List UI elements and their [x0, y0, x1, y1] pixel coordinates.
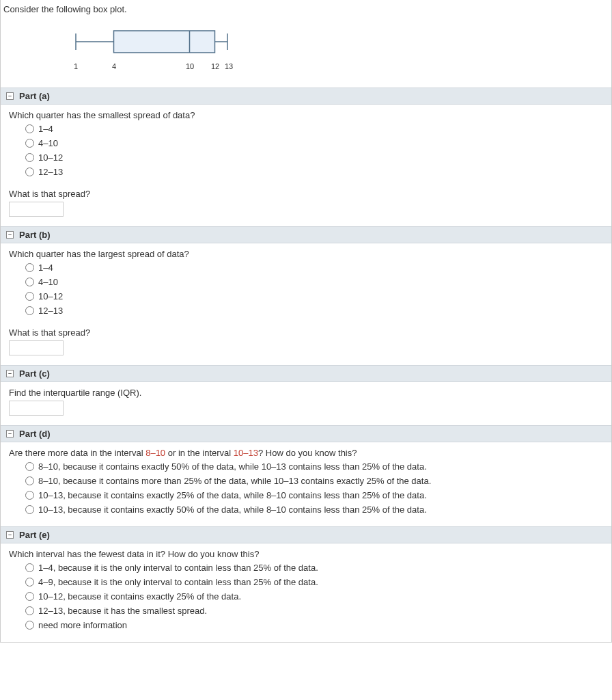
option-label: 4–10 [38, 138, 58, 148]
part-b-body: Which quarter has the largest spread of … [1, 243, 611, 365]
collapse-icon[interactable]: – [6, 231, 14, 239]
part-a-answer-input[interactable] [9, 202, 64, 217]
option-label: 10–12 [38, 152, 63, 163]
radio-d-3[interactable] [25, 505, 34, 514]
part-c-title: Part (c) [19, 368, 50, 379]
option-row: 12–13 [25, 304, 603, 318]
q-highlight: 8–10 [145, 448, 165, 458]
radio-e-4[interactable] [25, 621, 34, 630]
option-row: 4–9, because it is the only interval to … [25, 575, 603, 589]
option-label: 12–13 [38, 306, 63, 316]
option-label: 1–4 [38, 262, 53, 273]
option-row: 12–13 [25, 165, 603, 179]
part-e-question: Which interval has the fewest data in it… [9, 549, 603, 559]
part-b-title: Part (b) [19, 230, 51, 240]
radio-b-2[interactable] [25, 292, 34, 301]
option-row: 10–12 [25, 289, 603, 304]
option-label: 8–10, because it contains more than 25% … [38, 476, 431, 486]
option-label: 10–12 [38, 291, 63, 301]
svg-rect-2 [114, 31, 215, 53]
option-label: 1–4 [38, 124, 53, 134]
part-a-options: 1–4 4–10 10–12 12–13 [25, 122, 603, 179]
page-container: Consider the following box plot. 1 4 10 … [0, 0, 612, 643]
tick-12: 12 [211, 62, 219, 70]
part-d-title: Part (d) [19, 429, 51, 439]
tick-4: 4 [112, 62, 116, 70]
part-d-header[interactable]: – Part (d) [1, 425, 611, 442]
option-label: 10–12, because it contains exactly 25% o… [38, 591, 241, 602]
part-b-question: Which quarter has the largest spread of … [9, 249, 603, 259]
q-text: or in the interval [165, 448, 234, 458]
option-label: 1–4, because it is the only interval to … [38, 563, 318, 573]
part-c-answer-input[interactable] [9, 401, 64, 416]
option-row: 1–4 [25, 122, 603, 136]
tick-10: 10 [186, 62, 194, 70]
q-text: Are there more data in the interval [9, 448, 145, 458]
option-row: 4–10 [25, 275, 603, 289]
option-row: 10–13, because it contains exactly 50% o… [25, 502, 603, 517]
part-a-question: Which quarter has the smallest spread of… [9, 110, 603, 120]
option-row: 10–13, because it contains exactly 25% o… [25, 488, 603, 502]
option-label: 4–9, because it is the only interval to … [38, 577, 318, 587]
option-label: need more information [38, 620, 127, 630]
option-label: 10–13, because it contains exactly 25% o… [38, 490, 427, 500]
q-text: ? How do you know this? [258, 448, 357, 458]
intro-text: Consider the following box plot. [1, 0, 611, 16]
radio-b-0[interactable] [25, 263, 34, 272]
option-row: 10–12, because it contains exactly 25% o… [25, 589, 603, 604]
part-e-title: Part (e) [19, 530, 50, 540]
collapse-icon[interactable]: – [6, 370, 14, 377]
part-c-header[interactable]: – Part (c) [1, 365, 611, 382]
option-row: 1–4, because it is the only interval to … [25, 561, 603, 575]
part-d-options: 8–10, because it contains exactly 50% of… [25, 459, 603, 517]
radio-e-2[interactable] [25, 592, 34, 601]
option-row: 1–4 [25, 260, 603, 275]
part-b-header[interactable]: – Part (b) [1, 226, 611, 243]
radio-a-0[interactable] [25, 124, 34, 133]
part-b-subq: What is that spread? [9, 327, 603, 338]
part-b-answer-input[interactable] [9, 340, 64, 355]
option-row: 8–10, because it contains more than 25% … [25, 474, 603, 488]
radio-d-2[interactable] [25, 491, 34, 500]
option-label: 8–10, because it contains exactly 50% of… [38, 461, 427, 472]
part-e-body: Which interval has the fewest data in it… [1, 543, 611, 642]
option-label: 12–13 [38, 167, 63, 177]
part-d-question: Are there more data in the interval 8–10… [9, 448, 603, 458]
radio-e-0[interactable] [25, 563, 34, 572]
radio-a-3[interactable] [25, 167, 34, 176]
part-e-header[interactable]: – Part (e) [1, 526, 611, 543]
collapse-icon[interactable]: – [6, 430, 14, 438]
part-a-body: Which quarter has the smallest spread of… [1, 105, 611, 226]
tick-13: 13 [225, 62, 233, 70]
option-row: 4–10 [25, 136, 603, 150]
radio-d-0[interactable] [25, 462, 34, 471]
radio-a-1[interactable] [25, 139, 34, 148]
radio-e-1[interactable] [25, 578, 34, 587]
part-a-title: Part (a) [19, 91, 50, 101]
collapse-icon[interactable]: – [6, 92, 14, 100]
option-label: 4–10 [38, 277, 58, 287]
part-c-question: Find the interquartile range (IQR). [9, 388, 603, 398]
option-row: 8–10, because it contains exactly 50% of… [25, 459, 603, 474]
radio-e-3[interactable] [25, 606, 34, 615]
option-row: 12–13, because it has the smallest sprea… [25, 604, 603, 618]
collapse-icon[interactable]: – [6, 531, 14, 539]
part-b-options: 1–4 4–10 10–12 12–13 [25, 260, 603, 318]
part-a-subq: What is that spread? [9, 189, 603, 199]
part-e-options: 1–4, because it is the only interval to … [25, 561, 603, 632]
option-label: 10–13, because it contains exactly 50% o… [38, 504, 427, 515]
radio-b-3[interactable] [25, 306, 34, 315]
part-a-header[interactable]: – Part (a) [1, 88, 611, 105]
q-highlight: 10–13 [234, 448, 258, 458]
part-d-body: Are there more data in the interval 8–10… [1, 442, 611, 526]
radio-d-1[interactable] [25, 476, 34, 485]
radio-b-1[interactable] [25, 278, 34, 286]
radio-a-2[interactable] [25, 153, 34, 162]
option-label: 12–13, because it has the smallest sprea… [38, 606, 207, 616]
box-plot: 1 4 10 12 13 [1, 16, 611, 88]
boxplot-svg [48, 28, 267, 61]
part-c-body: Find the interquartile range (IQR). [1, 382, 611, 425]
tick-1: 1 [74, 62, 78, 70]
option-row: 10–12 [25, 150, 603, 165]
option-row: need more information [25, 618, 603, 632]
